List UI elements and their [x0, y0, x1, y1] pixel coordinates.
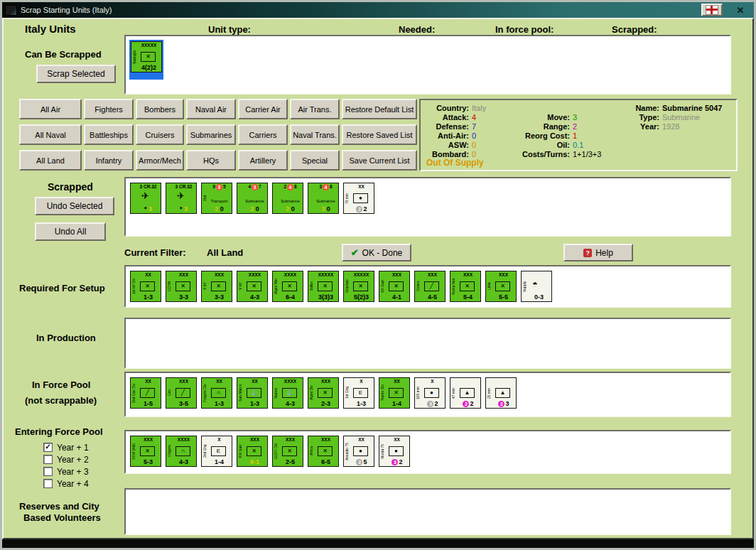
- unit-counter[interactable]: 348Submarine3 0: [307, 182, 340, 215]
- filter-button-all-land[interactable]: All Land: [19, 150, 82, 171]
- unit-counter[interactable]: Alpini DivXXX✕2-3: [307, 377, 340, 409]
- unit-counter[interactable]: XX GarrXXX✕4-1: [378, 270, 411, 303]
- unit-counter[interactable]: XIV GarrXXX✕6-1: [236, 435, 269, 468]
- counter-top-text: XXX: [172, 272, 195, 278]
- counter-top-text: 437: [243, 184, 266, 190]
- counter-top-text: XXXXX: [350, 272, 373, 278]
- counter-stats: 32: [420, 400, 445, 408]
- unit-counter[interactable]: 437Submarine2 0: [236, 182, 269, 215]
- unit-counter[interactable]: Ansaldo 75XX●35: [342, 435, 375, 468]
- unit-counter[interactable]: BalboXXXXX✕3(3)3: [307, 270, 340, 303]
- checkbox-unchecked-icon[interactable]: [43, 479, 53, 488]
- art-symbol-icon: ●: [389, 446, 404, 456]
- unit-counter[interactable]: CavXXX╱3-5: [165, 377, 198, 409]
- counter-mid-text: Submarine: [278, 199, 303, 203]
- filter-button-artillery[interactable]: Artillery: [238, 150, 288, 171]
- counter-stats: 1-3: [207, 400, 232, 408]
- undo-all-button[interactable]: Undo All: [35, 222, 106, 241]
- app-icon: [5, 5, 17, 16]
- year-checkbox-2[interactable]: Year + 2: [43, 453, 89, 465]
- ok-done-button[interactable]: ✔ OK - Done: [342, 244, 411, 261]
- filter-button-naval-air[interactable]: Naval Air: [186, 99, 236, 119]
- unit-counter[interactable]: Trento DivXX✕1-4: [378, 377, 411, 409]
- unit-counter[interactable]: Alpini MtnXXXX✕6-4: [271, 270, 304, 303]
- checkbox-checked-icon[interactable]: ✓: [43, 443, 53, 452]
- unit-counter[interactable]: CCNNXXX✕3-3: [165, 270, 198, 303]
- unit-counter[interactable]: Roma MotXXX✕5-4: [449, 270, 482, 303]
- scrap-selected-button[interactable]: Scrap Selected: [36, 65, 116, 83]
- filter-button-infantry[interactable]: Infantry: [84, 150, 134, 171]
- checkbox-unchecked-icon[interactable]: [43, 455, 53, 464]
- unit-counter[interactable]: 1st EngXE1-3: [342, 377, 375, 409]
- unit-counter[interactable]: 105 mmX●32: [414, 377, 446, 409]
- unit-counter[interactable]: 2nd035Transport2 0: [200, 182, 233, 215]
- unit-counter[interactable]: Skoda 75XX●32: [378, 435, 411, 468]
- info-column-mid: Move:3Range:2Reorg Cost:1Oil:0.1Costs/Tu…: [512, 113, 601, 159]
- filter-button-hqs[interactable]: HQs: [186, 150, 236, 171]
- unit-counter[interactable]: 2nd EngXE1-4: [200, 435, 233, 468]
- help-button[interactable]: ? Help: [563, 244, 633, 261]
- year-checkbox-label: Year + 1: [57, 443, 89, 453]
- unit-counter[interactable]: LibiaXXX✕5-5: [485, 270, 517, 303]
- unit-counter[interactable]: Supply◓0-3: [520, 270, 553, 303]
- help-label: Help: [595, 248, 613, 258]
- reserves-label-line1: Reserves and City: [19, 501, 99, 512]
- counter-stats: * 3: [136, 205, 161, 213]
- year-checkbox-label: Year + 2: [57, 455, 89, 465]
- unit-counter[interactable]: CelereXXX╱4-5: [414, 270, 446, 303]
- filter-button-fighters[interactable]: Fighters: [84, 99, 134, 119]
- italy-flag-icon: [706, 5, 718, 15]
- filter-button-restore-saved-list[interactable]: Restore Saved List: [342, 124, 417, 145]
- info-row: Range:2: [512, 122, 601, 131]
- year-checkbox-3[interactable]: Year + 3: [43, 465, 89, 478]
- filter-button-special[interactable]: Special: [290, 150, 340, 171]
- unit-counter[interactable]: San MarcoXX⚓1-3: [236, 377, 269, 409]
- cav-symbol-icon: ╱: [424, 281, 439, 291]
- unit-counter[interactable]: 248Submarine2 0: [271, 182, 304, 215]
- filter-button-battleships[interactable]: Battleships: [84, 124, 134, 145]
- unit-counter[interactable]: 20 mm▲23: [485, 377, 517, 409]
- year-checkbox-1[interactable]: ✓Year + 1: [43, 441, 89, 453]
- filter-button-armor-mech[interactable]: Armor/Mech: [136, 150, 184, 171]
- undo-selected-button[interactable]: Undo Selected: [35, 197, 114, 215]
- unit-counter[interactable]: 75 mmXX●22: [342, 182, 375, 215]
- unit-counter[interactable]: MarineXXXX⚓4-3: [271, 377, 304, 409]
- filter-button-restore-default-list[interactable]: Restore Default List: [342, 99, 417, 119]
- filter-button-carrier-air[interactable]: Carrier Air: [238, 99, 288, 119]
- filter-button-bombers[interactable]: Bombers: [136, 99, 184, 119]
- main-content: Italy Units Unit type: Needed: In force …: [2, 18, 754, 539]
- filter-button-air-trans-[interactable]: Air Trans.: [290, 99, 340, 119]
- unit-counter[interactable]: 47 mm▲22: [449, 377, 482, 409]
- unit-counter[interactable]: Folgore DivXX∩1-3: [200, 377, 233, 409]
- unit-counter[interactable]: GrazianiXXXXX✕5(2)3: [342, 270, 375, 303]
- unit-counter[interactable]: XXVI (Alb)XXX✕5-3: [129, 435, 162, 468]
- unit-counter[interactable]: 3 CR.32✈* 3: [129, 182, 162, 215]
- unit-counter[interactable]: FolgoreXXXX∩4-3: [165, 435, 198, 468]
- flag-button[interactable]: [701, 4, 723, 16]
- unit-counter[interactable]: 3 CR.32✈* 3: [165, 182, 198, 215]
- filter-button-all-air[interactable]: All Air: [19, 99, 82, 119]
- info-row: Type:Submarine: [631, 113, 722, 122]
- close-button[interactable]: ✕: [728, 4, 752, 16]
- counter-stats: 1-4: [384, 400, 409, 408]
- filter-button-save-current-list[interactable]: Save Current List: [342, 150, 417, 171]
- filter-button-cruisers[interactable]: Cruisers: [136, 124, 184, 145]
- unit-counter[interactable]: AfricaXXX✕6-5: [307, 435, 340, 468]
- unit-counter[interactable]: BadoglioXXXXX✕4(2)2: [129, 40, 163, 80]
- year-checkbox-4[interactable]: Year + 4: [43, 478, 89, 490]
- counter-stats: 6-1: [242, 458, 267, 466]
- unit-counter[interactable]: 1st Inf DivXX✕1-3: [129, 270, 162, 303]
- filter-button-submarines[interactable]: Submarines: [186, 124, 236, 145]
- filter-button-carriers[interactable]: Carriers: [238, 124, 288, 145]
- counter-top-text: XXX: [421, 272, 444, 278]
- window: Scrap Starting Units (Italy) ✕ Italy Uni…: [0, 0, 756, 550]
- unit-counter[interactable]: 2nd Cav DivXX╱1-5: [129, 377, 162, 409]
- unit-counter[interactable]: X InfXXX✕3-3: [200, 270, 233, 303]
- filter-button-all-naval[interactable]: All Naval: [19, 124, 82, 145]
- checkbox-unchecked-icon[interactable]: [43, 467, 53, 476]
- scrapped-header: Scrapped:: [612, 24, 657, 35]
- unit-counter[interactable]: V InfXXXX✕4-3: [236, 270, 269, 303]
- filter-button-naval-trans-[interactable]: Naval Trans.: [290, 124, 340, 145]
- unit-counter[interactable]: GGFF DivXXX✕2-5: [271, 435, 304, 468]
- marine-symbol-icon: ⚓: [247, 388, 261, 398]
